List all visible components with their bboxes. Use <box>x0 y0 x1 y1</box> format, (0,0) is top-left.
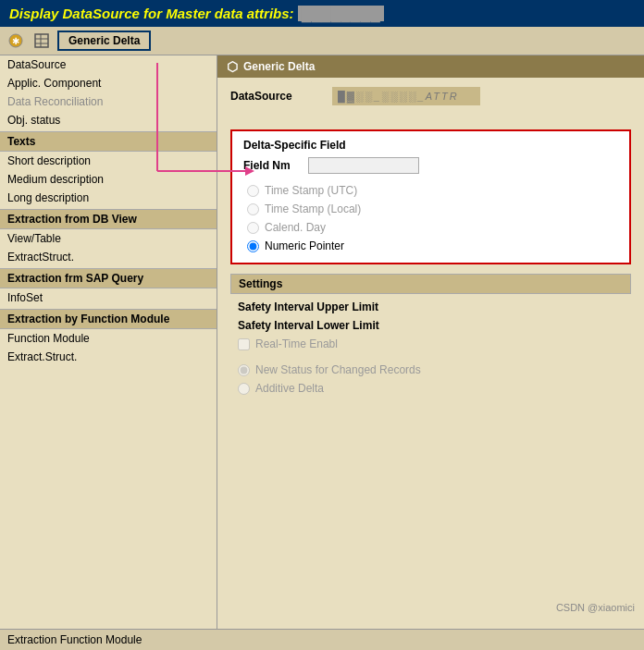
title-prefix: Display DataSource for Master data attri… <box>9 6 294 21</box>
bottom-bar: Extraction Function Module <box>0 629 644 650</box>
title-value: ████████ <box>298 6 384 21</box>
sidebar-item-extract-struct[interactable]: Extract.Struct. <box>0 348 217 366</box>
back-icon[interactable]: ✱ <box>6 31 26 51</box>
table-icon[interactable] <box>31 31 52 51</box>
sidebar-item-extractstruct[interactable]: ExtractStruct. <box>0 248 217 266</box>
radio-input-time-stamp-utc[interactable] <box>247 185 259 197</box>
bottom-bar-label: Extraction Function Module <box>7 633 142 646</box>
field-nm-row: Field Nm <box>243 157 618 174</box>
delta-specific-field-box: Delta-Specific Field Field Nm Time Stamp… <box>230 129 631 264</box>
radio-label-time-stamp-local: Time Stamp (Local) <box>265 202 361 215</box>
radio-label-calend-day: Calend. Day <box>265 221 326 234</box>
sidebar-section-extraction-db: Extraction from DB View <box>0 209 217 229</box>
radio-time-stamp-local: Time Stamp (Local) <box>247 200 618 218</box>
form-area: DataSource █▓░░_░░░░_ATTR <box>217 78 644 120</box>
radio-new-status-label: New Status for Changed Records <box>255 363 421 376</box>
sidebar-section-extraction-sap: Extraction frm SAP Query <box>0 268 217 288</box>
radio-label-time-stamp-utc: Time Stamp (UTC) <box>265 184 357 197</box>
sidebar-item-short-desc[interactable]: Short description <box>0 152 217 170</box>
radio-label-numeric-pointer: Numeric Pointer <box>265 239 344 252</box>
title-bar: Display DataSource for Master data attri… <box>0 0 644 27</box>
datasource-label: DataSource <box>230 90 323 103</box>
settings-header: Settings <box>230 274 631 294</box>
sidebar-item-datasource[interactable]: DataSource <box>0 55 217 74</box>
radio-new-status-row: New Status for Changed Records <box>230 361 631 379</box>
sidebar-item-infoset[interactable]: InfoSet <box>0 288 217 307</box>
safety-lower-row: Safety Interval Lower Limit <box>230 316 631 335</box>
datasource-value: █▓░░_░░░░_ATTR <box>332 87 480 105</box>
safety-upper-row: Safety Interval Upper Limit <box>230 298 631 316</box>
content-area: ⬡ Generic Delta DataSource █▓░░_░░░░_ATT… <box>217 55 644 641</box>
field-nm-label: Field Nm <box>243 159 299 172</box>
datasource-row: DataSource █▓░░_░░░░_ATTR <box>230 87 631 105</box>
sidebar-item-view-table[interactable]: View/Table <box>0 229 217 248</box>
watermark: CSDN @xiaomici <box>556 602 635 613</box>
sidebar-section-texts: Texts <box>0 131 217 152</box>
radio-additive-delta-label: Additive Delta <box>255 382 324 395</box>
radio-additive-delta-input[interactable] <box>238 383 250 395</box>
safety-upper-label: Safety Interval Upper Limit <box>238 300 378 313</box>
sidebar-item-medium-desc[interactable]: Medium description <box>0 170 217 189</box>
sidebar-item-long-desc[interactable]: Long description <box>0 189 217 207</box>
sidebar: DataSource Applic. Component Data Reconc… <box>0 55 217 641</box>
section-header-label: Generic Delta <box>243 60 315 73</box>
radio-numeric-pointer: Numeric Pointer <box>247 237 618 255</box>
radio-calend-day: Calend. Day <box>247 218 618 237</box>
svg-rect-2 <box>35 34 48 47</box>
toolbar: ✱ Generic Delta <box>0 27 644 55</box>
generic-delta-tab[interactable]: Generic Delta <box>57 31 151 51</box>
svg-text:✱: ✱ <box>12 36 19 46</box>
radio-input-time-stamp-local[interactable] <box>247 203 259 215</box>
safety-lower-label: Safety Interval Lower Limit <box>238 319 379 332</box>
field-nm-input[interactable] <box>308 157 419 174</box>
section-header-generic-delta: ⬡ Generic Delta <box>217 55 644 78</box>
radio-time-stamp-utc: Time Stamp (UTC) <box>247 181 618 200</box>
delta-box-title: Delta-Specific Field <box>243 139 618 152</box>
settings-section: Settings Safety Interval Upper Limit Saf… <box>230 274 631 398</box>
radio-new-status-input[interactable] <box>238 364 250 376</box>
sidebar-section-extraction-func: Extraction by Function Module <box>0 309 217 329</box>
sidebar-item-applic-component[interactable]: Applic. Component <box>0 74 217 92</box>
sidebar-item-obj-status[interactable]: Obj. status <box>0 111 217 129</box>
real-time-enabl-checkbox[interactable] <box>238 338 250 350</box>
main-layout: DataSource Applic. Component Data Reconc… <box>0 55 644 641</box>
radio-input-numeric-pointer[interactable] <box>247 240 259 252</box>
radio-additive-delta-row: Additive Delta <box>230 379 631 398</box>
real-time-enabl-label: Real-Time Enabl <box>255 337 338 350</box>
radio-input-calend-day[interactable] <box>247 222 259 234</box>
sidebar-item-function-module[interactable]: Function Module <box>0 329 217 348</box>
real-time-enabl-row: Real-Time Enabl <box>230 335 631 353</box>
sidebar-item-data-reconciliation: Data Reconciliation <box>0 92 217 111</box>
generic-delta-icon: ⬡ <box>227 59 238 74</box>
